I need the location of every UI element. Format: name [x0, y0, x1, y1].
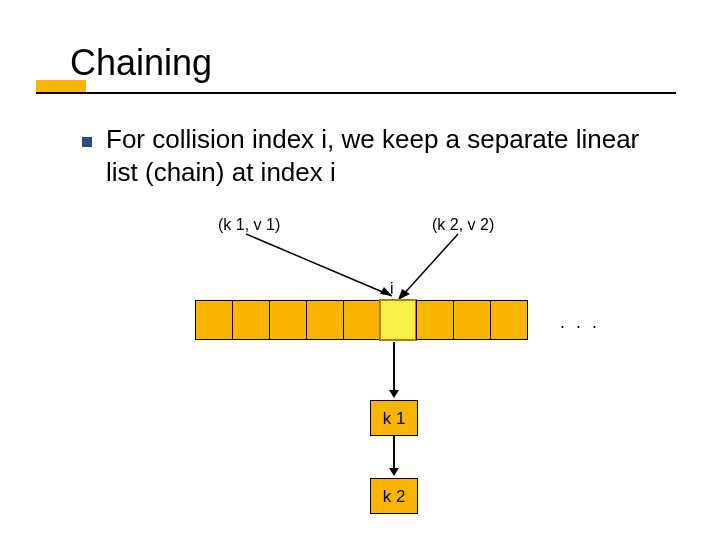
chain-node-k1: k 1 — [370, 400, 418, 436]
svg-line-0 — [246, 234, 392, 296]
array-cell — [306, 300, 344, 340]
arrow-slot-to-k1-line — [393, 342, 395, 392]
arrow-kv1-to-slot — [246, 234, 406, 304]
svg-line-2 — [402, 234, 458, 296]
keyvalue-label-1: (k 1, v 1) — [218, 216, 280, 234]
arrow-kv2-to-slot — [398, 234, 468, 304]
array-cell — [453, 300, 491, 340]
arrow-slot-to-k1-head — [389, 390, 399, 398]
chain-node-k2: k 2 — [370, 478, 418, 514]
arrow-k1-to-k2-line — [393, 436, 395, 470]
array-cell-i — [379, 299, 417, 341]
body-text: For collision index i, we keep a separat… — [106, 123, 666, 188]
array-cell — [269, 300, 307, 340]
hash-array — [196, 300, 528, 341]
index-i-label: i — [390, 280, 394, 298]
array-cell — [232, 300, 270, 340]
slide-title: Chaining — [70, 42, 212, 84]
array-cell — [343, 300, 381, 340]
keyvalue-label-2: (k 2, v 2) — [432, 216, 494, 234]
array-cell — [490, 300, 528, 340]
bullet-icon — [82, 137, 92, 147]
title-underline — [36, 92, 676, 94]
array-cell — [195, 300, 233, 340]
array-cell — [416, 300, 454, 340]
arrow-k1-to-k2-head — [389, 468, 399, 476]
ellipsis: . . . — [560, 312, 600, 333]
